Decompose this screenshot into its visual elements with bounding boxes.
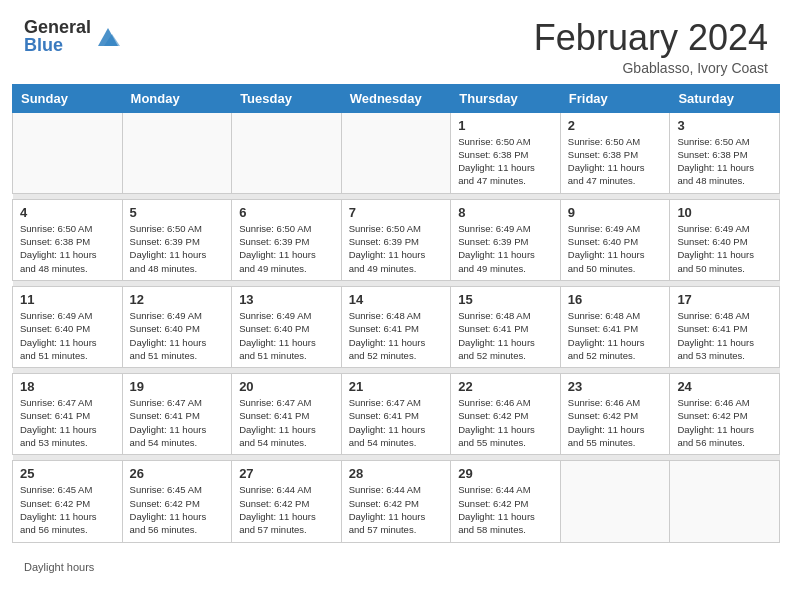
logo-general-text: General	[24, 18, 91, 36]
day-info: Sunrise: 6:48 AMSunset: 6:41 PMDaylight:…	[458, 309, 553, 362]
week-row: 18Sunrise: 6:47 AMSunset: 6:41 PMDayligh…	[13, 374, 780, 455]
day-info: Sunrise: 6:49 AMSunset: 6:40 PMDaylight:…	[677, 222, 772, 275]
day-number: 15	[458, 292, 553, 307]
day-cell: 27Sunrise: 6:44 AMSunset: 6:42 PMDayligh…	[232, 461, 342, 542]
day-number: 21	[349, 379, 444, 394]
day-cell	[560, 461, 670, 542]
day-cell: 17Sunrise: 6:48 AMSunset: 6:41 PMDayligh…	[670, 286, 780, 367]
title-block: February 2024 Gbablasso, Ivory Coast	[534, 18, 768, 76]
day-header-monday: Monday	[122, 84, 232, 112]
day-number: 22	[458, 379, 553, 394]
day-cell: 24Sunrise: 6:46 AMSunset: 6:42 PMDayligh…	[670, 374, 780, 455]
day-number: 26	[130, 466, 225, 481]
logo-icon	[94, 22, 122, 50]
day-cell: 3Sunrise: 6:50 AMSunset: 6:38 PMDaylight…	[670, 112, 780, 193]
day-cell: 2Sunrise: 6:50 AMSunset: 6:38 PMDaylight…	[560, 112, 670, 193]
day-cell: 6Sunrise: 6:50 AMSunset: 6:39 PMDaylight…	[232, 199, 342, 280]
day-cell: 9Sunrise: 6:49 AMSunset: 6:40 PMDaylight…	[560, 199, 670, 280]
day-info: Sunrise: 6:50 AMSunset: 6:38 PMDaylight:…	[458, 135, 553, 188]
day-info: Sunrise: 6:46 AMSunset: 6:42 PMDaylight:…	[458, 396, 553, 449]
day-cell: 20Sunrise: 6:47 AMSunset: 6:41 PMDayligh…	[232, 374, 342, 455]
day-cell: 14Sunrise: 6:48 AMSunset: 6:41 PMDayligh…	[341, 286, 451, 367]
day-header-wednesday: Wednesday	[341, 84, 451, 112]
week-row: 11Sunrise: 6:49 AMSunset: 6:40 PMDayligh…	[13, 286, 780, 367]
day-number: 29	[458, 466, 553, 481]
main-title: February 2024	[534, 18, 768, 58]
day-number: 10	[677, 205, 772, 220]
day-info: Sunrise: 6:47 AMSunset: 6:41 PMDaylight:…	[130, 396, 225, 449]
day-number: 24	[677, 379, 772, 394]
day-cell	[670, 461, 780, 542]
day-cell: 29Sunrise: 6:44 AMSunset: 6:42 PMDayligh…	[451, 461, 561, 542]
week-row: 25Sunrise: 6:45 AMSunset: 6:42 PMDayligh…	[13, 461, 780, 542]
day-number: 6	[239, 205, 334, 220]
day-number: 4	[20, 205, 115, 220]
daylight-label: Daylight hours	[24, 561, 94, 573]
day-info: Sunrise: 6:48 AMSunset: 6:41 PMDaylight:…	[568, 309, 663, 362]
day-info: Sunrise: 6:47 AMSunset: 6:41 PMDaylight:…	[349, 396, 444, 449]
day-number: 17	[677, 292, 772, 307]
day-number: 16	[568, 292, 663, 307]
week-row: 4Sunrise: 6:50 AMSunset: 6:38 PMDaylight…	[13, 199, 780, 280]
day-cell: 4Sunrise: 6:50 AMSunset: 6:38 PMDaylight…	[13, 199, 123, 280]
day-info: Sunrise: 6:49 AMSunset: 6:39 PMDaylight:…	[458, 222, 553, 275]
header: General Blue February 2024 Gbablasso, Iv…	[0, 0, 792, 84]
day-header-friday: Friday	[560, 84, 670, 112]
day-cell: 8Sunrise: 6:49 AMSunset: 6:39 PMDaylight…	[451, 199, 561, 280]
day-info: Sunrise: 6:49 AMSunset: 6:40 PMDaylight:…	[239, 309, 334, 362]
day-number: 8	[458, 205, 553, 220]
day-header-tuesday: Tuesday	[232, 84, 342, 112]
day-cell: 22Sunrise: 6:46 AMSunset: 6:42 PMDayligh…	[451, 374, 561, 455]
footer: Daylight hours	[0, 555, 792, 579]
day-info: Sunrise: 6:50 AMSunset: 6:38 PMDaylight:…	[20, 222, 115, 275]
day-cell: 26Sunrise: 6:45 AMSunset: 6:42 PMDayligh…	[122, 461, 232, 542]
day-number: 3	[677, 118, 772, 133]
calendar: SundayMondayTuesdayWednesdayThursdayFrid…	[0, 84, 792, 555]
day-number: 19	[130, 379, 225, 394]
day-number: 11	[20, 292, 115, 307]
day-number: 12	[130, 292, 225, 307]
logo-blue-text: Blue	[24, 36, 91, 54]
header-row: SundayMondayTuesdayWednesdayThursdayFrid…	[13, 84, 780, 112]
day-cell	[341, 112, 451, 193]
day-info: Sunrise: 6:44 AMSunset: 6:42 PMDaylight:…	[349, 483, 444, 536]
day-header-sunday: Sunday	[13, 84, 123, 112]
page: General Blue February 2024 Gbablasso, Iv…	[0, 0, 792, 612]
day-cell: 25Sunrise: 6:45 AMSunset: 6:42 PMDayligh…	[13, 461, 123, 542]
day-info: Sunrise: 6:46 AMSunset: 6:42 PMDaylight:…	[568, 396, 663, 449]
day-cell: 15Sunrise: 6:48 AMSunset: 6:41 PMDayligh…	[451, 286, 561, 367]
day-cell	[13, 112, 123, 193]
calendar-table: SundayMondayTuesdayWednesdayThursdayFrid…	[12, 84, 780, 543]
day-info: Sunrise: 6:49 AMSunset: 6:40 PMDaylight:…	[568, 222, 663, 275]
day-info: Sunrise: 6:50 AMSunset: 6:39 PMDaylight:…	[239, 222, 334, 275]
day-header-saturday: Saturday	[670, 84, 780, 112]
day-number: 23	[568, 379, 663, 394]
day-info: Sunrise: 6:50 AMSunset: 6:38 PMDaylight:…	[568, 135, 663, 188]
day-info: Sunrise: 6:46 AMSunset: 6:42 PMDaylight:…	[677, 396, 772, 449]
day-info: Sunrise: 6:49 AMSunset: 6:40 PMDaylight:…	[130, 309, 225, 362]
day-number: 27	[239, 466, 334, 481]
day-cell: 10Sunrise: 6:49 AMSunset: 6:40 PMDayligh…	[670, 199, 780, 280]
day-info: Sunrise: 6:45 AMSunset: 6:42 PMDaylight:…	[130, 483, 225, 536]
day-number: 14	[349, 292, 444, 307]
logo: General Blue	[24, 18, 122, 54]
day-number: 20	[239, 379, 334, 394]
day-cell	[232, 112, 342, 193]
day-info: Sunrise: 6:44 AMSunset: 6:42 PMDaylight:…	[239, 483, 334, 536]
day-info: Sunrise: 6:45 AMSunset: 6:42 PMDaylight:…	[20, 483, 115, 536]
day-cell: 13Sunrise: 6:49 AMSunset: 6:40 PMDayligh…	[232, 286, 342, 367]
day-cell: 7Sunrise: 6:50 AMSunset: 6:39 PMDaylight…	[341, 199, 451, 280]
day-info: Sunrise: 6:44 AMSunset: 6:42 PMDaylight:…	[458, 483, 553, 536]
day-cell: 1Sunrise: 6:50 AMSunset: 6:38 PMDaylight…	[451, 112, 561, 193]
day-number: 9	[568, 205, 663, 220]
day-number: 5	[130, 205, 225, 220]
day-cell: 18Sunrise: 6:47 AMSunset: 6:41 PMDayligh…	[13, 374, 123, 455]
week-row: 1Sunrise: 6:50 AMSunset: 6:38 PMDaylight…	[13, 112, 780, 193]
day-info: Sunrise: 6:47 AMSunset: 6:41 PMDaylight:…	[239, 396, 334, 449]
day-info: Sunrise: 6:48 AMSunset: 6:41 PMDaylight:…	[349, 309, 444, 362]
day-info: Sunrise: 6:48 AMSunset: 6:41 PMDaylight:…	[677, 309, 772, 362]
day-cell: 19Sunrise: 6:47 AMSunset: 6:41 PMDayligh…	[122, 374, 232, 455]
day-info: Sunrise: 6:47 AMSunset: 6:41 PMDaylight:…	[20, 396, 115, 449]
day-cell	[122, 112, 232, 193]
day-number: 2	[568, 118, 663, 133]
